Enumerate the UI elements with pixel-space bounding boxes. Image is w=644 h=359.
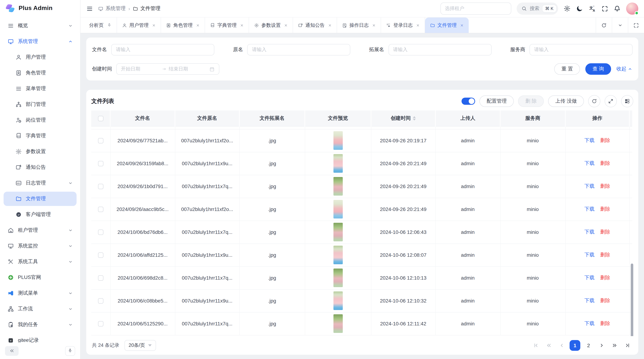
reset-button[interactable]: 重 置: [554, 63, 580, 75]
row-checkbox[interactable]: [98, 253, 104, 258]
tab-notice[interactable]: 通知公告: [293, 17, 337, 33]
sidebar-item-test-menu[interactable]: 测试菜单: [4, 286, 76, 300]
tab-dict-management[interactable]: 字典管理: [205, 17, 249, 33]
tab-role-management[interactable]: 角色管理: [161, 17, 205, 33]
tabs-more-button[interactable]: [612, 17, 628, 33]
settings-icon[interactable]: [564, 5, 571, 12]
table-refresh-button[interactable]: [588, 95, 600, 107]
query-button[interactable]: 查 询: [585, 63, 611, 75]
global-search[interactable]: 搜索 ⌘ K: [516, 2, 558, 15]
hamburger-menu-icon[interactable]: [86, 5, 93, 12]
breadcrumb-item-file-management[interactable]: 文件管理: [133, 5, 160, 12]
table-scrollbar[interactable]: [631, 264, 633, 336]
row-checkbox[interactable]: [98, 230, 104, 235]
row-checkbox[interactable]: [98, 161, 104, 166]
avatar[interactable]: [626, 2, 638, 15]
close-icon[interactable]: [240, 23, 244, 27]
sidebar-item-log-management[interactable]: DEV日志管理: [4, 176, 76, 190]
page-size-select[interactable]: 20条/页: [124, 340, 156, 351]
download-link[interactable]: 下载: [584, 183, 594, 189]
jump-forward-button[interactable]: [610, 341, 620, 351]
sidebar-item-dept-management[interactable]: 部门管理: [4, 97, 76, 112]
notifications-icon[interactable]: [614, 5, 621, 12]
sidebar-pin-button[interactable]: [65, 346, 75, 356]
sidebar-item-plus-site[interactable]: PLUS官网: [4, 270, 76, 285]
sidebar-item-role-management[interactable]: 角色管理: [4, 66, 76, 80]
tenant-select[interactable]: 选择租户: [440, 2, 511, 15]
tab-param-settings[interactable]: 参数设置: [249, 17, 293, 33]
file-preview-image[interactable]: [333, 200, 342, 219]
delete-link[interactable]: 删除: [600, 137, 610, 143]
date-range-input[interactable]: 开始日期 结束日期: [116, 63, 219, 75]
download-link[interactable]: 下载: [584, 320, 594, 326]
row-checkbox[interactable]: [98, 298, 104, 304]
tab-analysis[interactable]: 分析页: [84, 17, 117, 33]
next-page-button[interactable]: [597, 341, 607, 351]
table-columns-button[interactable]: [621, 95, 633, 107]
download-link[interactable]: 下载: [584, 275, 594, 280]
sidebar-item-file-management[interactable]: 文件管理: [4, 192, 76, 206]
row-checkbox[interactable]: [98, 321, 104, 327]
dark-mode-icon[interactable]: [576, 5, 583, 12]
download-link[interactable]: 下载: [584, 298, 594, 303]
pin-icon[interactable]: [107, 23, 112, 27]
sidebar-item-gitee-log[interactable]: ¥gitee记录: [4, 333, 76, 343]
row-checkbox[interactable]: [98, 138, 104, 144]
sidebar-item-menu-management[interactable]: 菜单管理: [4, 81, 76, 96]
close-icon[interactable]: [372, 23, 376, 27]
download-link[interactable]: 下载: [584, 160, 594, 166]
select-all-checkbox[interactable]: [98, 116, 103, 121]
close-icon[interactable]: [460, 23, 464, 27]
page-number-2[interactable]: 2: [583, 340, 594, 351]
filter-input-provider[interactable]: 请输入: [530, 44, 632, 55]
delete-link[interactable]: 删除: [600, 183, 610, 189]
breadcrumb-item-system-management[interactable]: 系统管理: [98, 5, 126, 12]
sidebar-item-system-monitor[interactable]: 系统监控: [4, 239, 76, 253]
prev-page-button[interactable]: [557, 341, 567, 351]
delete-link[interactable]: 删除: [600, 206, 610, 212]
delete-link[interactable]: 删除: [600, 320, 610, 326]
file-preview-image[interactable]: [333, 291, 342, 310]
row-checkbox[interactable]: [98, 207, 104, 212]
sidebar-item-post-management[interactable]: 岗位管理: [4, 113, 76, 127]
filter-input-origin-name[interactable]: 请输入: [248, 44, 350, 55]
first-page-button[interactable]: [531, 341, 541, 351]
file-preview-image[interactable]: [333, 154, 342, 173]
close-icon[interactable]: [416, 23, 420, 27]
tab-user-management[interactable]: 用户管理: [117, 17, 161, 33]
delete-link[interactable]: 删除: [600, 229, 610, 235]
download-link[interactable]: 下载: [584, 252, 594, 258]
tab-login-log[interactable]: 登录日志: [381, 17, 425, 33]
file-preview-image[interactable]: [333, 177, 342, 196]
file-preview-image[interactable]: [333, 314, 342, 333]
tab-file-management[interactable]: 文件管理: [425, 17, 468, 33]
close-icon[interactable]: [328, 23, 332, 27]
close-icon[interactable]: [152, 23, 156, 27]
delete-link[interactable]: 删除: [600, 275, 610, 280]
config-management-button[interactable]: 配置管理: [480, 95, 514, 107]
sidebar-item-notice[interactable]: 通知公告: [4, 160, 76, 174]
config-toggle[interactable]: [462, 98, 475, 105]
file-preview-image[interactable]: [333, 223, 342, 241]
sidebar-item-dict-management[interactable]: 字典管理: [4, 129, 76, 143]
sidebar-item-client-management[interactable]: 客户端管理: [4, 207, 76, 222]
filter-input-file-name[interactable]: 请输入: [111, 44, 214, 55]
close-icon[interactable]: [196, 23, 200, 27]
upload-button[interactable]: 上传 没做: [548, 95, 584, 107]
sidebar-item-param-settings[interactable]: 参数设置: [4, 144, 76, 159]
sidebar-item-user-management[interactable]: 用户管理: [4, 50, 76, 64]
row-checkbox[interactable]: [98, 184, 104, 189]
sidebar-item-my-tasks[interactable]: 我的任务: [4, 318, 76, 332]
sort-icon[interactable]: [413, 116, 416, 120]
file-preview-image[interactable]: [333, 246, 342, 264]
sidebar-item-tenant-management[interactable]: 租户管理: [4, 223, 76, 237]
download-link[interactable]: 下载: [584, 206, 594, 212]
jump-back-button[interactable]: [544, 341, 554, 351]
tab-operation-log[interactable]: 操作日志: [337, 17, 381, 33]
filter-input-extension[interactable]: 请输入: [388, 44, 492, 55]
file-preview-image[interactable]: [333, 269, 342, 287]
table-expand-button[interactable]: [605, 95, 617, 107]
collapse-filter-link[interactable]: 收起: [616, 66, 632, 72]
last-page-button[interactable]: [622, 341, 632, 351]
delete-button[interactable]: 删 除: [518, 95, 544, 107]
